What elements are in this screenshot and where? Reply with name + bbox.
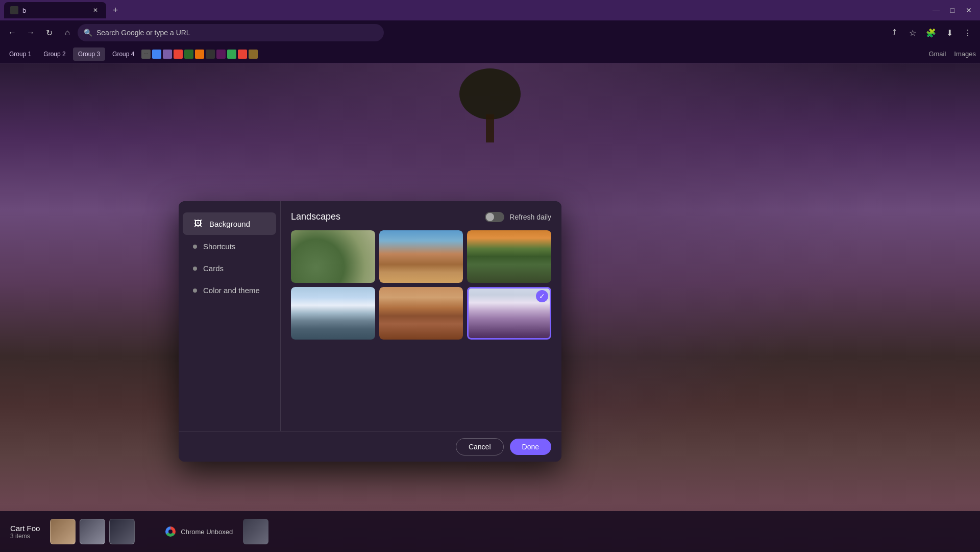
dialog-body: 🖼 Background Shortcuts Cards Color and t… — [179, 201, 561, 431]
toolbar-right: ⤴ ☆ 🧩 ⬇ ⋮ — [886, 25, 976, 41]
download-button[interactable]: ⬇ — [941, 25, 958, 41]
image-tile-rocks[interactable] — [291, 230, 375, 283]
bookmark-icon-10[interactable] — [238, 50, 247, 59]
sidebar-item-shortcuts[interactable]: Shortcuts — [183, 236, 276, 257]
refresh-toggle-container: Refresh daily — [485, 212, 551, 222]
image-tile-cliffs[interactable] — [467, 230, 551, 283]
dialog-sidebar: 🖼 Background Shortcuts Cards Color and t… — [179, 201, 281, 431]
dialog-footer: Cancel Done — [179, 431, 561, 462]
product-thumb-2[interactable] — [80, 519, 105, 544]
image-tile-arch[interactable] — [379, 230, 463, 283]
extension-button[interactable]: 🧩 — [923, 25, 939, 41]
content-header: Landscapes Refresh daily — [291, 211, 551, 222]
image-desert-canyon — [379, 287, 463, 340]
bookmark-group-4-label: Group 4 — [112, 51, 134, 58]
product-thumbnails — [50, 519, 135, 544]
chrome-unboxed-label: Chrome Unboxed — [181, 528, 233, 536]
image-tile-lavender[interactable]: ✓ — [467, 287, 551, 340]
omnibox[interactable]: 🔍 Search Google or type a URL — [78, 24, 384, 41]
image-arch — [379, 230, 463, 283]
share-button[interactable]: ⤴ — [886, 25, 902, 41]
svg-point-0 — [459, 68, 521, 119]
active-tab[interactable]: b ✕ — [4, 2, 106, 18]
bookmark-icon-1[interactable]: ⋯ — [141, 50, 151, 59]
bookmark-group-4[interactable]: Group 4 — [107, 47, 139, 61]
bookmark-group-1-label: Group 1 — [9, 51, 31, 58]
gmail-link[interactable]: Gmail — [928, 50, 946, 58]
content-title: Landscapes — [291, 211, 340, 222]
browser-toolbar: ← → ↻ ⌂ 🔍 Search Google or type a URL ⤴ … — [0, 20, 980, 45]
refresh-daily-label: Refresh daily — [509, 213, 551, 221]
images-link[interactable]: Images — [954, 50, 976, 58]
bookmark-icons-row: ⋯ — [141, 50, 258, 59]
cards-dot-icon — [193, 267, 197, 271]
cart-info: Cart Foo 3 items — [10, 524, 40, 540]
maximize-button[interactable]: □ — [945, 3, 960, 17]
bookmark-group-3-label: Group 3 — [78, 51, 100, 58]
sidebar-item-background[interactable]: 🖼 Background — [183, 212, 276, 235]
chrome-logo-icon — [165, 526, 176, 537]
chrome-unboxed-section: Chrome Unboxed — [165, 519, 268, 544]
bookmark-icon-7[interactable] — [206, 50, 215, 59]
tab-close-button[interactable]: ✕ — [91, 6, 100, 15]
minimize-button[interactable]: — — [929, 3, 943, 17]
browser-frame: b ✕ + — □ ✕ ← → ↻ ⌂ 🔍 Search Google or t… — [0, 0, 980, 552]
background-icon: 🖼 — [193, 219, 203, 229]
bookmark-icon-8[interactable] — [216, 50, 226, 59]
bookmarks-bar: Group 1 Group 2 Group 3 Group 4 ⋯ Gmail — [0, 45, 980, 63]
bookmark-group-3[interactable]: Group 3 — [73, 47, 105, 61]
image-rocks — [291, 230, 375, 283]
image-cliffs — [467, 230, 551, 283]
refresh-daily-toggle[interactable] — [485, 212, 504, 222]
image-mountains — [291, 287, 375, 340]
bookmark-icon-11[interactable] — [249, 50, 258, 59]
bookmark-icon-6[interactable] — [195, 50, 204, 59]
forward-button[interactable]: → — [22, 25, 39, 41]
main-content: 🖼 Background Shortcuts Cards Color and t… — [0, 63, 980, 552]
title-bar: b ✕ + — □ ✕ — [0, 0, 980, 20]
refresh-button[interactable]: ↻ — [41, 25, 57, 41]
sidebar-item-color-theme-label: Color and theme — [203, 286, 260, 295]
bookmark-group-1[interactable]: Group 1 — [4, 47, 36, 61]
svg-rect-1 — [486, 114, 494, 142]
tree-silhouette — [439, 63, 541, 145]
menu-button[interactable]: ⋮ — [960, 25, 976, 41]
bookmark-icon-9[interactable] — [227, 50, 236, 59]
window-controls: — □ ✕ — [929, 3, 976, 17]
tab-title: b — [22, 7, 26, 14]
cancel-button[interactable]: Cancel — [456, 438, 504, 455]
done-button[interactable]: Done — [510, 439, 551, 455]
omnibox-text: Search Google or type a URL — [96, 29, 378, 37]
close-button[interactable]: ✕ — [962, 3, 976, 17]
back-button[interactable]: ← — [4, 25, 20, 41]
sidebar-item-cards[interactable]: Cards — [183, 258, 276, 279]
chrome-unboxed-thumb[interactable] — [243, 519, 268, 544]
customize-dialog: 🖼 Background Shortcuts Cards Color and t… — [179, 201, 561, 462]
sidebar-item-background-label: Background — [209, 220, 250, 228]
bookmark-button[interactable]: ☆ — [904, 25, 921, 41]
image-tile-mountains[interactable] — [291, 287, 375, 340]
shortcuts-dot-icon — [193, 245, 197, 249]
image-grid: ✓ — [291, 230, 551, 340]
image-tile-desert-canyon[interactable] — [379, 287, 463, 340]
sidebar-item-cards-label: Cards — [203, 264, 224, 273]
bookmark-group-2[interactable]: Group 2 — [38, 47, 70, 61]
bookmark-icon-3[interactable] — [163, 50, 172, 59]
dialog-content: Landscapes Refresh daily — [281, 201, 561, 431]
bookmark-group-2-label: Group 2 — [43, 51, 65, 58]
bookmark-icon-2[interactable] — [152, 50, 161, 59]
cart-footer: Cart Foo 3 items Chrome Unboxed — [0, 511, 980, 552]
bookmark-icon-5[interactable] — [184, 50, 193, 59]
product-thumb-1[interactable] — [50, 519, 76, 544]
new-tab-button[interactable]: + — [108, 3, 122, 17]
sidebar-item-color-theme[interactable]: Color and theme — [183, 280, 276, 301]
selected-checkmark: ✓ — [536, 290, 548, 302]
bookmark-icon-4[interactable] — [174, 50, 183, 59]
cart-count: 3 items — [10, 533, 40, 540]
product-thumb-3[interactable] — [109, 519, 135, 544]
tab-favicon — [10, 6, 18, 14]
home-button[interactable]: ⌂ — [59, 25, 76, 41]
cart-title: Cart Foo — [10, 524, 40, 533]
color-theme-dot-icon — [193, 289, 197, 293]
sidebar-item-shortcuts-label: Shortcuts — [203, 242, 235, 251]
